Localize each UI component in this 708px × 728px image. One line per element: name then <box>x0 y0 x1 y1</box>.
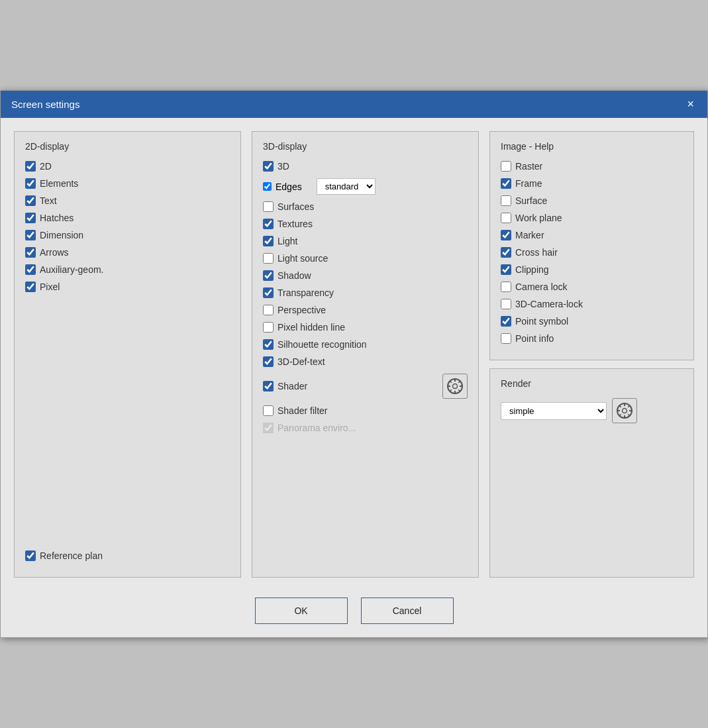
ok-button[interactable]: OK <box>255 598 348 624</box>
cb-workplane-input[interactable] <box>501 213 511 223</box>
cb-surface-input[interactable] <box>501 195 511 206</box>
checkbox-crosshair: Cross hair <box>501 247 683 258</box>
cb-shaderfilter-label[interactable]: Shader filter <box>278 405 327 416</box>
cb-3dcameralock-input[interactable] <box>501 299 511 309</box>
cb-refplan-label[interactable]: Reference plan <box>40 550 103 561</box>
cb-pointinfo-label[interactable]: Point info <box>515 333 554 344</box>
cb-transparency-input[interactable] <box>263 287 274 298</box>
cb-frame-label[interactable]: Frame <box>515 178 542 189</box>
2d-panel-title: 2D-display <box>25 141 230 152</box>
panel-2d: 2D-display 2D Elements Text Hatches Dime… <box>14 131 241 578</box>
cb-silhouette-label[interactable]: Silhouette recognition <box>278 339 367 350</box>
cb-cameralock-input[interactable] <box>501 282 511 292</box>
cb-elements-label[interactable]: Elements <box>40 178 78 189</box>
cb-clipping-input[interactable] <box>501 264 511 275</box>
cb-crosshair-input[interactable] <box>501 247 511 258</box>
cb-perspective-input[interactable] <box>263 305 274 315</box>
checkbox-workplane: Work plane <box>501 213 683 223</box>
cb-workplane-label[interactable]: Work plane <box>515 213 562 223</box>
3d-panel-title: 3D-display <box>263 141 468 152</box>
cb-edges-input[interactable] <box>263 182 272 191</box>
cb-elements-input[interactable] <box>25 178 36 189</box>
cb-arrows-input[interactable] <box>25 247 36 258</box>
cb-pixel-input[interactable] <box>25 282 36 292</box>
svg-line-18 <box>628 405 630 407</box>
cancel-button[interactable]: Cancel <box>361 598 454 624</box>
cb-surface-label[interactable]: Surface <box>515 195 547 206</box>
cb-pointinfo-input[interactable] <box>501 333 511 344</box>
cb-text-input[interactable] <box>25 195 36 206</box>
svg-line-8 <box>458 381 460 383</box>
cb-3dcameralock-label[interactable]: 3D-Camera-lock <box>515 299 583 309</box>
cb-hatches-label[interactable]: Hatches <box>40 213 74 223</box>
svg-line-6 <box>450 381 452 383</box>
cb-textures-input[interactable] <box>263 219 274 229</box>
checkbox-auxiliary: Auxiliary-geom. <box>25 264 230 275</box>
cb-surfaces-label[interactable]: Surfaces <box>278 201 314 212</box>
cb-3d-input[interactable] <box>263 161 274 172</box>
edges-dropdown[interactable]: standard heavy thin <box>317 178 376 195</box>
screen-settings-dialog: Screen settings × 2D-display 2D Elements… <box>0 90 708 638</box>
cb-3d-label[interactable]: 3D <box>278 161 289 172</box>
cb-silhouette-input[interactable] <box>263 339 274 350</box>
cb-hatches-input[interactable] <box>25 213 36 223</box>
cb-clipping-label[interactable]: Clipping <box>515 264 549 275</box>
cb-arrows-label[interactable]: Arrows <box>40 247 69 258</box>
image-panel-title: Image - Help <box>501 141 683 152</box>
checkbox-textures: Textures <box>263 219 468 229</box>
cb-dimension-input[interactable] <box>25 230 36 240</box>
cb-shadow-input[interactable] <box>263 270 274 281</box>
cb-lightsource-input[interactable] <box>263 253 274 264</box>
cb-crosshair-label[interactable]: Cross hair <box>515 247 558 258</box>
checkbox-3ddeftext: 3D-Def-text <box>263 356 468 367</box>
cb-marker-input[interactable] <box>501 230 511 240</box>
cb-light-input[interactable] <box>263 236 274 246</box>
cb-shader-input[interactable] <box>263 381 274 391</box>
render-settings-button[interactable] <box>612 398 637 423</box>
svg-line-16 <box>619 405 621 407</box>
cb-cameralock-label[interactable]: Camera lock <box>515 282 568 292</box>
checkbox-perspective: Perspective <box>263 305 468 315</box>
cb-pointsymbol-label[interactable]: Point symbol <box>515 316 568 327</box>
panel-image: Image - Help Raster Frame Surface Work p… <box>489 131 694 360</box>
cb-auxiliary-input[interactable] <box>25 264 36 275</box>
cb-lightsource-label[interactable]: Light source <box>278 253 328 264</box>
checkbox-pointinfo: Point info <box>501 333 683 344</box>
cb-textures-label[interactable]: Textures <box>278 219 313 229</box>
cb-transparency-label[interactable]: Transparency <box>278 287 334 298</box>
cb-pointsymbol-input[interactable] <box>501 316 511 327</box>
cb-text-label[interactable]: Text <box>40 195 57 206</box>
cb-refplan-input[interactable] <box>25 550 36 561</box>
checkbox-shadow: Shadow <box>263 270 468 281</box>
shader-settings-button[interactable] <box>442 374 468 399</box>
checkbox-dimension: Dimension <box>25 230 230 240</box>
cb-light-label[interactable]: Light <box>278 236 297 246</box>
cb-auxiliary-label[interactable]: Auxiliary-geom. <box>40 264 103 275</box>
cb-edges-label[interactable]: Edges <box>276 182 302 192</box>
checkbox-3dcameralock: 3D-Camera-lock <box>501 299 683 309</box>
cb-dimension-label[interactable]: Dimension <box>40 230 83 240</box>
cb-shaderfilter-input[interactable] <box>263 405 274 416</box>
cb-pixelhidden-label[interactable]: Pixel hidden line <box>278 322 345 333</box>
cb-raster-label[interactable]: Raster <box>515 161 542 172</box>
close-button[interactable]: × <box>684 97 697 111</box>
cb-perspective-label[interactable]: Perspective <box>278 305 326 315</box>
cb-shader-label[interactable]: Shader <box>278 381 307 391</box>
render-dropdown[interactable]: simple standard advanced <box>501 402 607 420</box>
checkbox-3d: 3D <box>263 161 468 172</box>
cb-3ddeftext-label[interactable]: 3D-Def-text <box>278 356 325 367</box>
checkbox-refplan: Reference plan <box>25 431 230 561</box>
cb-pixelhidden-input[interactable] <box>263 322 274 333</box>
cb-raster-input[interactable] <box>501 161 511 172</box>
cb-2d-input[interactable] <box>25 161 36 172</box>
cb-frame-input[interactable] <box>501 178 511 189</box>
checkbox-elements: Elements <box>25 178 230 189</box>
cb-3ddeftext-input[interactable] <box>263 356 274 367</box>
cb-2d-label[interactable]: 2D <box>40 161 52 172</box>
cb-pixel-label[interactable]: Pixel <box>40 282 60 292</box>
cb-panorama-input[interactable] <box>263 423 274 433</box>
cb-shadow-label[interactable]: Shadow <box>278 270 311 281</box>
cb-surfaces-input[interactable] <box>263 201 274 212</box>
checkbox-panorama: Panorama enviro... <box>263 423 468 433</box>
cb-marker-label[interactable]: Marker <box>515 230 544 240</box>
